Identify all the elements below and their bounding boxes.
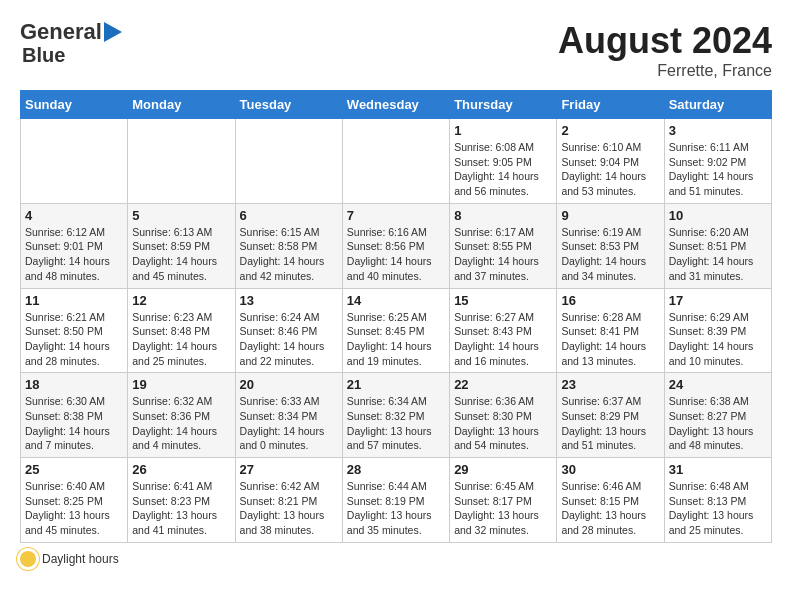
day-detail: Sunrise: 6:11 AM Sunset: 9:02 PM Dayligh… bbox=[669, 140, 767, 199]
day-number: 20 bbox=[240, 377, 338, 392]
day-detail: Sunrise: 6:38 AM Sunset: 8:27 PM Dayligh… bbox=[669, 394, 767, 453]
sun-icon bbox=[20, 551, 36, 567]
day-number: 12 bbox=[132, 293, 230, 308]
calendar-week-row: 4Sunrise: 6:12 AM Sunset: 9:01 PM Daylig… bbox=[21, 203, 772, 288]
day-number: 31 bbox=[669, 462, 767, 477]
day-detail: Sunrise: 6:44 AM Sunset: 8:19 PM Dayligh… bbox=[347, 479, 445, 538]
calendar-day-cell: 22Sunrise: 6:36 AM Sunset: 8:30 PM Dayli… bbox=[450, 373, 557, 458]
calendar-day-cell: 27Sunrise: 6:42 AM Sunset: 8:21 PM Dayli… bbox=[235, 458, 342, 543]
day-detail: Sunrise: 6:30 AM Sunset: 8:38 PM Dayligh… bbox=[25, 394, 123, 453]
day-number: 5 bbox=[132, 208, 230, 223]
day-number: 4 bbox=[25, 208, 123, 223]
calendar-day-cell: 5Sunrise: 6:13 AM Sunset: 8:59 PM Daylig… bbox=[128, 203, 235, 288]
calendar-day-cell: 9Sunrise: 6:19 AM Sunset: 8:53 PM Daylig… bbox=[557, 203, 664, 288]
calendar-week-row: 25Sunrise: 6:40 AM Sunset: 8:25 PM Dayli… bbox=[21, 458, 772, 543]
day-number: 24 bbox=[669, 377, 767, 392]
calendar-day-header: Monday bbox=[128, 91, 235, 119]
calendar-day-cell: 6Sunrise: 6:15 AM Sunset: 8:58 PM Daylig… bbox=[235, 203, 342, 288]
footer-note: Daylight hours bbox=[20, 551, 772, 567]
day-detail: Sunrise: 6:13 AM Sunset: 8:59 PM Dayligh… bbox=[132, 225, 230, 284]
calendar-day-cell: 11Sunrise: 6:21 AM Sunset: 8:50 PM Dayli… bbox=[21, 288, 128, 373]
calendar-day-cell: 8Sunrise: 6:17 AM Sunset: 8:55 PM Daylig… bbox=[450, 203, 557, 288]
calendar-day-cell: 16Sunrise: 6:28 AM Sunset: 8:41 PM Dayli… bbox=[557, 288, 664, 373]
calendar-day-cell: 23Sunrise: 6:37 AM Sunset: 8:29 PM Dayli… bbox=[557, 373, 664, 458]
day-number: 8 bbox=[454, 208, 552, 223]
day-detail: Sunrise: 6:41 AM Sunset: 8:23 PM Dayligh… bbox=[132, 479, 230, 538]
calendar-week-row: 1Sunrise: 6:08 AM Sunset: 9:05 PM Daylig… bbox=[21, 119, 772, 204]
calendar-day-cell: 28Sunrise: 6:44 AM Sunset: 8:19 PM Dayli… bbox=[342, 458, 449, 543]
day-number: 9 bbox=[561, 208, 659, 223]
day-detail: Sunrise: 6:32 AM Sunset: 8:36 PM Dayligh… bbox=[132, 394, 230, 453]
calendar-day-cell: 29Sunrise: 6:45 AM Sunset: 8:17 PM Dayli… bbox=[450, 458, 557, 543]
day-detail: Sunrise: 6:17 AM Sunset: 8:55 PM Dayligh… bbox=[454, 225, 552, 284]
day-number: 21 bbox=[347, 377, 445, 392]
calendar-day-cell: 17Sunrise: 6:29 AM Sunset: 8:39 PM Dayli… bbox=[664, 288, 771, 373]
day-number: 19 bbox=[132, 377, 230, 392]
calendar-day-header: Thursday bbox=[450, 91, 557, 119]
day-detail: Sunrise: 6:45 AM Sunset: 8:17 PM Dayligh… bbox=[454, 479, 552, 538]
day-number: 17 bbox=[669, 293, 767, 308]
day-number: 10 bbox=[669, 208, 767, 223]
page-header: General Blue August 2024 Ferrette, Franc… bbox=[20, 20, 772, 80]
day-number: 22 bbox=[454, 377, 552, 392]
calendar-day-cell bbox=[21, 119, 128, 204]
calendar-day-cell: 19Sunrise: 6:32 AM Sunset: 8:36 PM Dayli… bbox=[128, 373, 235, 458]
calendar-day-header: Sunday bbox=[21, 91, 128, 119]
day-detail: Sunrise: 6:28 AM Sunset: 8:41 PM Dayligh… bbox=[561, 310, 659, 369]
day-number: 30 bbox=[561, 462, 659, 477]
calendar-day-header: Friday bbox=[557, 91, 664, 119]
calendar-table: SundayMondayTuesdayWednesdayThursdayFrid… bbox=[20, 90, 772, 543]
day-detail: Sunrise: 6:16 AM Sunset: 8:56 PM Dayligh… bbox=[347, 225, 445, 284]
calendar-day-cell: 18Sunrise: 6:30 AM Sunset: 8:38 PM Dayli… bbox=[21, 373, 128, 458]
day-detail: Sunrise: 6:19 AM Sunset: 8:53 PM Dayligh… bbox=[561, 225, 659, 284]
day-detail: Sunrise: 6:36 AM Sunset: 8:30 PM Dayligh… bbox=[454, 394, 552, 453]
day-detail: Sunrise: 6:37 AM Sunset: 8:29 PM Dayligh… bbox=[561, 394, 659, 453]
day-number: 15 bbox=[454, 293, 552, 308]
calendar-day-cell bbox=[235, 119, 342, 204]
day-number: 14 bbox=[347, 293, 445, 308]
calendar-day-cell: 12Sunrise: 6:23 AM Sunset: 8:48 PM Dayli… bbox=[128, 288, 235, 373]
calendar-week-row: 18Sunrise: 6:30 AM Sunset: 8:38 PM Dayli… bbox=[21, 373, 772, 458]
day-detail: Sunrise: 6:48 AM Sunset: 8:13 PM Dayligh… bbox=[669, 479, 767, 538]
day-number: 29 bbox=[454, 462, 552, 477]
logo-blue: Blue bbox=[22, 44, 65, 66]
calendar-day-cell: 21Sunrise: 6:34 AM Sunset: 8:32 PM Dayli… bbox=[342, 373, 449, 458]
calendar-day-header: Saturday bbox=[664, 91, 771, 119]
day-detail: Sunrise: 6:33 AM Sunset: 8:34 PM Dayligh… bbox=[240, 394, 338, 453]
day-number: 25 bbox=[25, 462, 123, 477]
calendar-day-cell: 15Sunrise: 6:27 AM Sunset: 8:43 PM Dayli… bbox=[450, 288, 557, 373]
day-number: 16 bbox=[561, 293, 659, 308]
day-detail: Sunrise: 6:24 AM Sunset: 8:46 PM Dayligh… bbox=[240, 310, 338, 369]
day-detail: Sunrise: 6:21 AM Sunset: 8:50 PM Dayligh… bbox=[25, 310, 123, 369]
day-detail: Sunrise: 6:20 AM Sunset: 8:51 PM Dayligh… bbox=[669, 225, 767, 284]
location-subtitle: Ferrette, France bbox=[558, 62, 772, 80]
day-number: 23 bbox=[561, 377, 659, 392]
day-detail: Sunrise: 6:46 AM Sunset: 8:15 PM Dayligh… bbox=[561, 479, 659, 538]
day-detail: Sunrise: 6:08 AM Sunset: 9:05 PM Dayligh… bbox=[454, 140, 552, 199]
title-area: August 2024 Ferrette, France bbox=[558, 20, 772, 80]
day-detail: Sunrise: 6:27 AM Sunset: 8:43 PM Dayligh… bbox=[454, 310, 552, 369]
calendar-day-cell: 2Sunrise: 6:10 AM Sunset: 9:04 PM Daylig… bbox=[557, 119, 664, 204]
day-number: 28 bbox=[347, 462, 445, 477]
day-number: 1 bbox=[454, 123, 552, 138]
calendar-day-cell: 7Sunrise: 6:16 AM Sunset: 8:56 PM Daylig… bbox=[342, 203, 449, 288]
calendar-day-cell: 20Sunrise: 6:33 AM Sunset: 8:34 PM Dayli… bbox=[235, 373, 342, 458]
day-number: 11 bbox=[25, 293, 123, 308]
calendar-day-cell bbox=[342, 119, 449, 204]
calendar-day-cell: 4Sunrise: 6:12 AM Sunset: 9:01 PM Daylig… bbox=[21, 203, 128, 288]
day-detail: Sunrise: 6:23 AM Sunset: 8:48 PM Dayligh… bbox=[132, 310, 230, 369]
calendar-header-row: SundayMondayTuesdayWednesdayThursdayFrid… bbox=[21, 91, 772, 119]
calendar-day-cell: 25Sunrise: 6:40 AM Sunset: 8:25 PM Dayli… bbox=[21, 458, 128, 543]
calendar-day-cell: 14Sunrise: 6:25 AM Sunset: 8:45 PM Dayli… bbox=[342, 288, 449, 373]
day-number: 7 bbox=[347, 208, 445, 223]
logo-general: General bbox=[20, 20, 102, 44]
calendar-day-header: Tuesday bbox=[235, 91, 342, 119]
calendar-day-cell: 3Sunrise: 6:11 AM Sunset: 9:02 PM Daylig… bbox=[664, 119, 771, 204]
calendar-day-cell: 31Sunrise: 6:48 AM Sunset: 8:13 PM Dayli… bbox=[664, 458, 771, 543]
day-detail: Sunrise: 6:12 AM Sunset: 9:01 PM Dayligh… bbox=[25, 225, 123, 284]
calendar-day-header: Wednesday bbox=[342, 91, 449, 119]
calendar-day-cell: 1Sunrise: 6:08 AM Sunset: 9:05 PM Daylig… bbox=[450, 119, 557, 204]
day-detail: Sunrise: 6:10 AM Sunset: 9:04 PM Dayligh… bbox=[561, 140, 659, 199]
calendar-day-cell: 30Sunrise: 6:46 AM Sunset: 8:15 PM Dayli… bbox=[557, 458, 664, 543]
day-detail: Sunrise: 6:40 AM Sunset: 8:25 PM Dayligh… bbox=[25, 479, 123, 538]
